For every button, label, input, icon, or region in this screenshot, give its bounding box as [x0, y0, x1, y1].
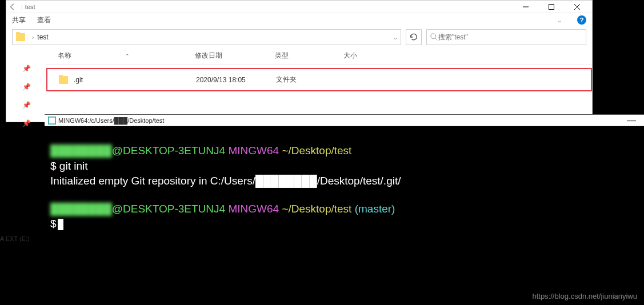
terminal-user: ████████ — [50, 145, 112, 156]
file-date: 2020/9/13 18:05 — [196, 76, 276, 84]
breadcrumb-separator-icon: › — [32, 34, 34, 41]
breadcrumb-folder[interactable]: test — [37, 33, 48, 41]
terminal-output: Initialized empty Git repository in C:/U… — [50, 175, 401, 187]
svg-rect-7 — [49, 117, 55, 123]
terminal-title-bar: MINGW64:/c/Users/███/Desktop/test — — [45, 115, 644, 126]
terminal-line: $ git init — [50, 159, 638, 174]
refresh-button[interactable] — [406, 29, 422, 45]
nav-bar: › test ⌵ — [6, 27, 592, 47]
terminal-line: ████████@DESKTOP-3ETUNJ4 MINGW64 ~/Deskt… — [50, 202, 638, 217]
terminal-host: @DESKTOP-3ETUNJ4 — [112, 145, 225, 156]
chevron-down-icon[interactable]: ⌵ — [558, 17, 561, 23]
terminal-body[interactable]: ████████@DESKTOP-3ETUNJ4 MINGW64 ~/Deskt… — [45, 126, 644, 238]
file-name: .git — [74, 76, 83, 84]
column-headers: 名称 ⌃ 修改日期 类型 大小 — [46, 47, 592, 65]
terminal-env: MINGW64 — [228, 145, 279, 156]
terminal-line: ████████@DESKTOP-3ETUNJ4 MINGW64 ~/Deskt… — [50, 143, 638, 159]
file-list: 名称 ⌃ 修改日期 类型 大小 .git 2020/9/13 18:05 文件夹 — [46, 47, 592, 122]
file-row[interactable]: .git 2020/9/13 18:05 文件夹 — [47, 75, 591, 85]
terminal-line: $ — [50, 216, 638, 232]
terminal-icon — [48, 117, 56, 125]
explorer-window: | test 共享 查看 ⌵ ? › test ⌵ — [6, 0, 593, 122]
terminal-path: ~/Desktop/test — [282, 203, 351, 215]
window-title: test — [25, 3, 35, 10]
terminal-minimize-button[interactable]: — — [622, 115, 641, 126]
column-type[interactable]: 类型 — [275, 51, 343, 61]
folder-icon — [16, 33, 25, 41]
sidebar-quick-access: 📌 📌 📌 📌 — [6, 47, 46, 122]
help-icon[interactable]: ? — [577, 15, 586, 25]
separator: | — [21, 3, 23, 10]
annotation-highlight: .git 2020/9/13 18:05 文件夹 — [46, 68, 592, 91]
terminal-user: ████████ — [50, 203, 112, 215]
terminal-prompt: $ — [50, 218, 57, 230]
terminal-host: @DESKTOP-3ETUNJ4 — [112, 203, 225, 215]
terminal-line: Initialized empty Git repository in C:/U… — [50, 174, 638, 189]
pin-icon[interactable]: 📌 — [22, 83, 31, 91]
svg-point-4 — [431, 34, 436, 39]
address-dropdown-icon[interactable]: ⌵ — [394, 34, 397, 41]
ribbon-tabs: 共享 查看 ⌵ ? — [6, 13, 592, 27]
sidebar-drive-label[interactable]: A EXT (E:) — [0, 235, 30, 242]
pin-icon[interactable]: 📌 — [22, 101, 31, 109]
svg-line-5 — [435, 38, 438, 41]
terminal-window: MINGW64:/c/Users/███/Desktop/test — ████… — [45, 114, 644, 305]
address-bar[interactable]: › test ⌵ — [12, 29, 401, 45]
folder-icon — [59, 76, 68, 84]
sort-arrow-icon: ⌃ — [125, 53, 130, 59]
column-size[interactable]: 大小 — [343, 51, 389, 61]
pin-icon[interactable]: 📌 — [22, 65, 31, 73]
search-input[interactable] — [438, 33, 582, 41]
terminal-command: git init — [59, 160, 88, 172]
watermark: https://blog.csdn.net/jiunianyiwu — [532, 292, 637, 300]
tab-share[interactable]: 共享 — [12, 15, 26, 25]
search-icon — [430, 33, 438, 41]
terminal-branch: (master) — [355, 203, 395, 215]
terminal-path: ~/Desktop/test — [282, 145, 351, 156]
search-box[interactable] — [426, 29, 586, 45]
pin-icon[interactable]: 📌 — [22, 119, 31, 127]
back-icon[interactable] — [9, 3, 17, 11]
column-date[interactable]: 修改日期 — [195, 51, 275, 61]
minimize-button[interactable] — [513, 1, 538, 13]
column-name[interactable]: 名称 ⌃ — [46, 51, 195, 61]
terminal-prompt: $ — [50, 160, 59, 172]
tab-view[interactable]: 查看 — [37, 15, 51, 25]
terminal-title: MINGW64:/c/Users/███/Desktop/test — [58, 117, 164, 124]
svg-rect-1 — [549, 4, 554, 9]
file-type: 文件夹 — [276, 75, 345, 85]
title-bar: | test — [6, 1, 592, 13]
maximize-button[interactable] — [538, 1, 564, 13]
cursor-icon — [58, 219, 63, 230]
close-button[interactable] — [564, 1, 590, 13]
terminal-env: MINGW64 — [228, 203, 279, 215]
